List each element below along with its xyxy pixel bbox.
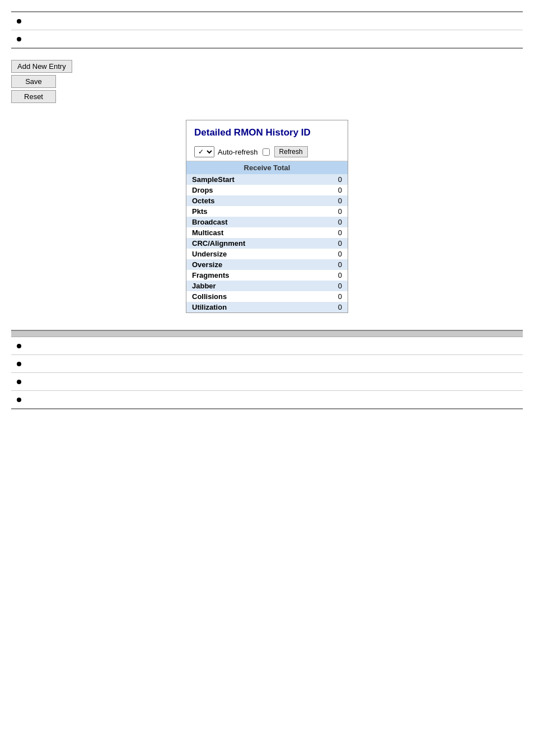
rmon-row-value: 0: [331, 292, 342, 301]
table-row: [11, 373, 523, 391]
rmon-row-label: SampleStart: [192, 175, 235, 184]
bullet-icon: [17, 37, 21, 41]
top-table-col2-row2: [123, 30, 523, 49]
rmon-data-row: Multicast0: [186, 227, 348, 238]
add-new-entry-button[interactable]: Add New Entry: [11, 60, 72, 73]
rmon-data-row: Drops0: [186, 185, 348, 195]
rmon-row-label: Jabber: [192, 282, 216, 290]
rmon-row-label: CRC/Alignment: [192, 239, 245, 248]
bottom-col1-row4: [11, 391, 123, 409]
bottom-header-col2: [123, 330, 523, 337]
rmon-row-value: 0: [331, 250, 342, 258]
rmon-row-value: 0: [331, 282, 342, 290]
rmon-row-value: 0: [331, 218, 342, 226]
rmon-row-value: 0: [331, 271, 342, 279]
rmon-row-label: Undersize: [192, 250, 227, 258]
rmon-row-value: 0: [331, 260, 342, 269]
table-row: [11, 12, 523, 30]
top-table: [11, 11, 523, 49]
rmon-row-value: 0: [331, 207, 342, 216]
top-table-col2-row1: [123, 12, 523, 30]
rmon-row-label: Broadcast: [192, 218, 228, 226]
rmon-data-row: Pkts0: [186, 206, 348, 217]
rmon-row-label: Collisions: [192, 292, 227, 301]
table-row: [11, 355, 523, 373]
rmon-data-row: Octets0: [186, 195, 348, 206]
rmon-row-value: 0: [331, 303, 342, 311]
reset-button[interactable]: Reset: [11, 90, 56, 103]
bottom-col2-row4: [123, 391, 523, 409]
table-row: [11, 30, 523, 49]
rmon-data-row: Utilization0: [186, 302, 348, 312]
rmon-title: Detailed RMON History ID: [186, 120, 348, 143]
bottom-col2-row3: [123, 373, 523, 391]
rmon-data-row: SampleStart0: [186, 174, 348, 185]
rmon-container: Detailed RMON History ID ✓ Auto-refresh …: [11, 120, 523, 313]
rmon-row-label: Drops: [192, 186, 213, 194]
rmon-row-label: Fragments: [192, 271, 229, 279]
top-table-col1-row1: [11, 12, 123, 30]
rmon-controls: ✓ Auto-refresh Refresh: [186, 143, 348, 161]
rmon-row-label: Octets: [192, 197, 214, 205]
bullet-icon: [17, 19, 21, 24]
button-group: Add New Entry Save Reset: [11, 60, 523, 103]
rmon-data-row: Collisions0: [186, 291, 348, 302]
auto-refresh-checkbox[interactable]: [263, 148, 270, 156]
rmon-row-label: Multicast: [192, 228, 223, 237]
rmon-row-value: 0: [331, 175, 342, 184]
rmon-row-label: Oversize: [192, 260, 222, 269]
refresh-button[interactable]: Refresh: [274, 146, 308, 157]
top-table-col1-row2: [11, 30, 123, 49]
rmon-data-row: Undersize0: [186, 249, 348, 259]
rmon-data-row: Fragments0: [186, 270, 348, 281]
bullet-icon: [17, 398, 21, 402]
save-button[interactable]: Save: [11, 75, 56, 88]
bottom-header-col1: [11, 330, 123, 337]
rmon-row-label: Pkts: [192, 207, 207, 216]
table-header-row: [11, 330, 523, 337]
bottom-col1-row1: [11, 337, 123, 355]
bullet-icon: [17, 380, 21, 384]
rmon-rows: SampleStart0Drops0Octets0Pkts0Broadcast0…: [186, 174, 348, 312]
rmon-row-value: 0: [331, 186, 342, 194]
rmon-data-row: Oversize0: [186, 259, 348, 270]
rmon-row-value: 0: [331, 239, 342, 248]
bullet-icon: [17, 344, 21, 348]
rmon-data-row: Jabber0: [186, 281, 348, 291]
table-row: [11, 391, 523, 409]
bottom-col1-row3: [11, 373, 123, 391]
bullet-icon: [17, 362, 21, 366]
bottom-col1-row2: [11, 355, 123, 373]
rmon-row-value: 0: [331, 197, 342, 205]
bottom-col2-row1: [123, 337, 523, 355]
rmon-data-row: Broadcast0: [186, 217, 348, 227]
table-row: [11, 337, 523, 355]
rmon-row-value: 0: [331, 228, 342, 237]
rmon-section-header: Receive Total: [186, 161, 348, 174]
rmon-data-row: CRC/Alignment0: [186, 238, 348, 249]
bottom-table: [11, 330, 523, 409]
rmon-panel: Detailed RMON History ID ✓ Auto-refresh …: [186, 120, 348, 313]
rmon-row-label: Utilization: [192, 303, 227, 311]
bottom-col2-row2: [123, 355, 523, 373]
auto-refresh-label: Auto-refresh: [218, 148, 258, 156]
bottom-section: [11, 330, 523, 409]
auto-refresh-select[interactable]: ✓: [194, 146, 214, 157]
